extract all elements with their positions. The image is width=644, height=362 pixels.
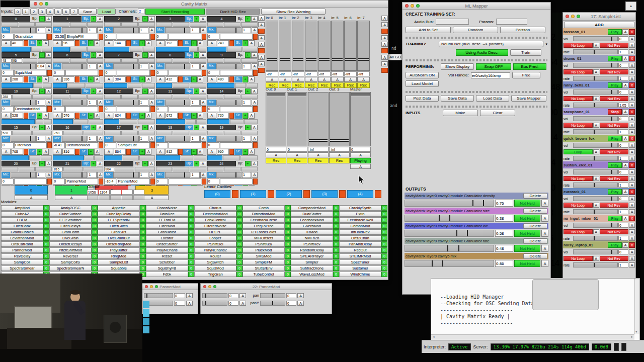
input-select-button-0[interactable]: 0 — [14, 9, 21, 15]
swatch[interactable] — [381, 29, 388, 34]
vol-value[interactable]: 0 — [618, 63, 628, 68]
segment[interactable] — [85, 155, 94, 160]
module-button[interactable]: Scrubber — [146, 259, 188, 265]
module-count-badge[interactable]: 0 — [188, 265, 194, 271]
a-button[interactable]: A — [381, 55, 388, 60]
a-button[interactable]: A — [381, 16, 388, 21]
st-color-swatch[interactable] — [75, 40, 79, 46]
mx-slider[interactable] — [62, 63, 87, 69]
mx-value[interactable]: 1 — [191, 27, 200, 33]
module-gain[interactable]: 0 — [156, 34, 168, 40]
a-button[interactable]: A — [622, 189, 628, 195]
a-button[interactable]: A — [46, 172, 52, 178]
module-button[interactable]: FFTScrubber — [49, 217, 92, 223]
slider-handle[interactable] — [611, 223, 612, 227]
module-name[interactable]: DecimatorMod — [14, 106, 47, 112]
remove-button[interactable]: X — [629, 162, 635, 168]
module-count-badge[interactable]: 0 — [92, 235, 98, 241]
module-button[interactable]: Comb — [243, 205, 285, 211]
a-button[interactable]: A — [287, 152, 307, 157]
a-button[interactable]: A — [239, 293, 246, 298]
st-add-button[interactable]: + — [88, 149, 94, 155]
vol-value[interactable]: 0 — [618, 249, 628, 254]
channel-offset[interactable]: 672 — [166, 113, 178, 119]
module-color-swatch[interactable] — [47, 34, 52, 40]
channel-offset[interactable]: 48 — [11, 40, 23, 46]
mx-slider[interactable] — [62, 136, 87, 142]
a-button[interactable]: A — [197, 149, 203, 155]
not-held-toggle[interactable]: Not Held — [514, 230, 540, 237]
a-button[interactable]: A — [53, 76, 62, 82]
reverse-toggle[interactable]: Not Rev — [600, 229, 629, 234]
pannermod22-titlebar[interactable]: 22: PannerMod — [201, 284, 332, 290]
module-button[interactable]: Sustainer — [339, 265, 381, 271]
save-data-button[interactable]: Save Data — [441, 95, 474, 102]
module-gain[interactable]: 0 — [104, 34, 116, 40]
module-count-badge[interactable]: 0 — [43, 253, 49, 259]
segment[interactable] — [138, 58, 155, 63]
ml-output-slider[interactable] — [405, 245, 494, 252]
segment[interactable] — [156, 95, 173, 99]
module-count-badge[interactable]: 0 — [236, 247, 243, 253]
mx-value[interactable]: 1 — [88, 172, 97, 178]
module-name[interactable]: DistortionMod — [65, 142, 98, 148]
swatch[interactable] — [258, 48, 265, 53]
slider-handle[interactable] — [30, 100, 31, 105]
a-button[interactable]: A — [629, 223, 635, 228]
meter-slider[interactable] — [330, 139, 349, 142]
meter-slider[interactable] — [280, 58, 290, 61]
a-button[interactable]: A — [350, 164, 371, 169]
bp-add-button[interactable]: + — [39, 52, 45, 58]
module-count-badge[interactable]: 0 — [92, 229, 98, 235]
a-button[interactable]: A — [43, 76, 49, 82]
zoom-icon[interactable] — [416, 4, 420, 8]
module-button[interactable]: GranSus — [98, 229, 140, 235]
a-button[interactable]: A — [629, 209, 635, 214]
module-count-badge[interactable]: 0 — [43, 241, 49, 247]
playing-button[interactable]: Playing — [350, 158, 371, 163]
lemur-cavity-button[interactable]: (2) — [276, 190, 302, 198]
module-count-badge[interactable]: 0 — [140, 217, 146, 223]
a-button[interactable]: A — [46, 100, 52, 106]
a-button[interactable]: A — [97, 27, 103, 33]
segment[interactable] — [135, 167, 154, 171]
meter-value[interactable]: -inf — [305, 71, 317, 76]
delete-button[interactable]: Delete — [523, 238, 547, 244]
slider-handle[interactable] — [594, 76, 595, 80]
channel-offset[interactable]: 960 — [217, 149, 229, 155]
a-button[interactable]: A — [258, 16, 265, 21]
meter-value[interactable]: -inf — [344, 71, 357, 76]
module-button[interactable]: PShiftKey — [243, 241, 285, 247]
module-name[interactable]: Granulator — [14, 34, 47, 40]
bp-add-button[interactable]: + — [245, 88, 251, 94]
segment[interactable] — [35, 22, 52, 27]
mx-value[interactable]: 1 — [242, 136, 251, 142]
a-button[interactable]: A — [149, 136, 155, 142]
module-color-swatch[interactable] — [253, 178, 258, 185]
st-color-swatch[interactable] — [178, 40, 183, 46]
segment[interactable] — [38, 58, 52, 63]
module-count-badge[interactable]: 0 — [188, 247, 194, 253]
segment[interactable] — [207, 58, 224, 63]
module-gain[interactable]: 0 — [2, 34, 14, 40]
play-button[interactable]: Play — [608, 82, 622, 88]
module-count-badge[interactable]: 0 — [381, 265, 387, 271]
a-button[interactable]: A — [266, 77, 278, 82]
a-button[interactable]: A — [200, 125, 206, 130]
a-button[interactable]: A — [629, 89, 635, 95]
module-button[interactable]: RecOut — [339, 247, 381, 253]
module-count-badge[interactable]: 0 — [381, 253, 387, 259]
channel-offset[interactable]: 624 — [114, 113, 126, 119]
slider-handle[interactable] — [133, 64, 134, 69]
module-button[interactable]: CubeTapDelay — [98, 211, 140, 217]
module-count-badge[interactable]: 0 — [285, 241, 291, 247]
pan-slider[interactable] — [202, 301, 227, 306]
meter-value[interactable]: -inf — [308, 147, 329, 152]
module-button[interactable]: PlayNChans2 — [194, 247, 236, 253]
module-count-badge[interactable]: 0 — [381, 259, 387, 265]
slider-handle[interactable] — [82, 136, 83, 141]
mx-value[interactable]: 1 — [242, 63, 251, 69]
pan-value[interactable]: 0 — [174, 293, 185, 298]
input-select-button-3[interactable]: 3 — [38, 9, 45, 15]
st-add-button[interactable]: + — [191, 76, 197, 82]
